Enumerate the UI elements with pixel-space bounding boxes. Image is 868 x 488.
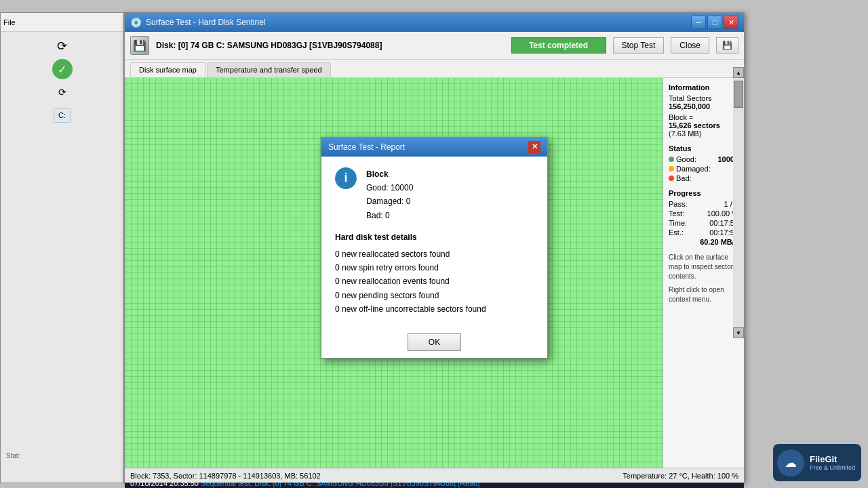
block-title: Block <box>366 167 413 181</box>
filegit-text-block: FileGit Free & Unlimited <box>810 454 855 471</box>
report-modal: Surface Test - Report ✕ i Block Good: 10… <box>321 137 548 359</box>
modal-good: Good: 10000 <box>366 181 413 195</box>
modal-content: i Block Good: 10000 Damaged: 0 Bad: 0 Ha… <box>321 157 547 327</box>
left-panel: File ⟳ ✓ ⟳ C: Stat: <box>0 12 124 483</box>
modal-details: Hard disk test details 0 new reallocated… <box>335 230 534 316</box>
detail-5: 0 new off-line uncorrectable sectors fou… <box>335 302 534 316</box>
status-label: Stat: <box>1 449 123 462</box>
filegit-icon: ☁ <box>777 449 804 476</box>
filegit-logo: ☁ FileGit Free & Unlimited <box>773 444 861 481</box>
modal-footer: OK <box>321 327 547 358</box>
filegit-name: FileGit <box>810 454 855 464</box>
modal-bad: Bad: 0 <box>366 209 413 222</box>
drive-item[interactable]: C: <box>54 108 71 123</box>
modal-damaged: Damaged: 0 <box>366 195 413 208</box>
refresh-icon[interactable]: ⟳ <box>52 36 73 56</box>
arrow-icon[interactable]: ⟳ <box>52 82 73 102</box>
details-title: Hard disk test details <box>335 230 534 244</box>
modal-block-info: Block Good: 10000 Damaged: 0 Bad: 0 <box>366 167 413 223</box>
detail-2: 0 new spin retry errors found <box>335 261 534 274</box>
info-icon: i <box>335 167 357 189</box>
drive-letter: C: <box>58 111 66 119</box>
modal-close-button[interactable]: ✕ <box>528 141 540 153</box>
modal-title: Surface Test - Report <box>328 142 405 152</box>
check-icon: ✓ <box>52 59 73 79</box>
filegit-sub: Free & Unlimited <box>810 464 855 471</box>
file-menu[interactable]: File <box>3 18 16 26</box>
modal-titlebar: Surface Test - Report ✕ <box>321 138 547 157</box>
detail-3: 0 new reallocation events found <box>335 274 534 288</box>
ok-button[interactable]: OK <box>408 333 461 351</box>
modal-info-row: i Block Good: 10000 Damaged: 0 Bad: 0 <box>335 167 534 223</box>
detail-1: 0 new reallocated sectors found <box>335 247 534 261</box>
left-toolbar: File <box>1 13 123 32</box>
side-icons: ⟳ ✓ ⟳ C: <box>1 32 123 129</box>
main-window: 💿 Surface Test - Hard Disk Sentinel ─ □ … <box>124 12 745 483</box>
modal-overlay: Surface Test - Report ✕ i Block Good: 10… <box>125 13 744 483</box>
detail-4: 0 new pending sectors found <box>335 289 534 302</box>
